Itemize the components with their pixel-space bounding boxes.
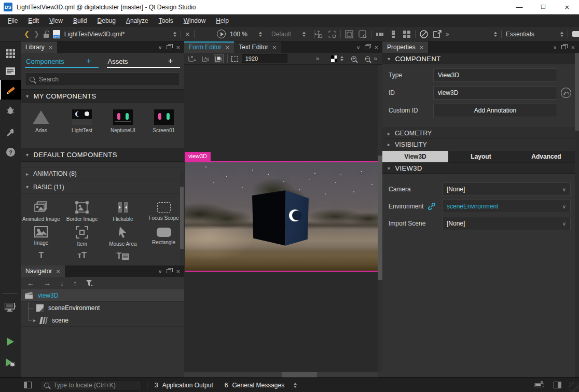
library-float-icon[interactable]	[167, 45, 171, 49]
tab-layout[interactable]: Layout	[448, 151, 514, 162]
projects-mode-icon[interactable]	[0, 123, 21, 141]
perspective-selector[interactable]: Essentials	[506, 31, 534, 38]
navigator-tab-close-icon[interactable]: ×	[56, 268, 60, 275]
move-down-icon[interactable]: ↓	[60, 279, 64, 287]
output-pane-number[interactable]: 3	[155, 382, 158, 389]
selection-tag[interactable]: view3D	[185, 152, 211, 161]
background-color-icon[interactable]	[331, 55, 337, 62]
tab-view3d[interactable]: View3D	[382, 151, 448, 162]
component-item[interactable]: Flickable	[103, 197, 144, 222]
my-components-header[interactable]: ▾MY COMPONENTS	[21, 89, 184, 103]
form-editor-tab-close-icon[interactable]: ×	[226, 44, 230, 51]
tab-advanced[interactable]: Advanced	[514, 151, 579, 162]
snapping-and-anchoring-icon[interactable]: A	[201, 54, 211, 63]
menu-build[interactable]: Build	[68, 16, 92, 26]
animation-group-row[interactable]: ▸ANIMATION (8)	[21, 167, 184, 180]
export-icon[interactable]	[432, 30, 443, 39]
add-asset-icon[interactable]: +	[168, 57, 173, 66]
import-scene-dropdown[interactable]: [None]∨	[442, 217, 571, 230]
properties-scrollbar[interactable]	[575, 53, 579, 377]
row-layout-icon[interactable]	[375, 30, 385, 39]
navigator-close-icon[interactable]: ×	[176, 268, 180, 275]
properties-collapse-icon[interactable]: ∨	[553, 45, 557, 50]
move-up-icon[interactable]: ↑	[73, 279, 77, 287]
perspective-spinner-left[interactable]	[494, 32, 497, 37]
component-section-header[interactable]: ▾COMPONENT	[382, 53, 579, 64]
kit-spinner[interactable]	[302, 32, 306, 37]
close-button[interactable]: ×	[555, 0, 579, 14]
add-annotation-button[interactable]: Add Annotation	[433, 104, 557, 117]
component-item[interactable]: NeptuneUI	[103, 105, 144, 148]
component-item[interactable]: T▤	[103, 247, 144, 260]
cube-model[interactable]	[252, 190, 309, 247]
kit-selector-icon[interactable]	[0, 299, 21, 316]
menu-view[interactable]: View	[45, 16, 67, 26]
navigator-row-view3d[interactable]: view3D	[21, 289, 184, 302]
forward-icon[interactable]: ❯	[34, 31, 39, 37]
zoom-in-icon[interactable]: +	[351, 56, 356, 62]
component-item[interactable]: Screen01	[143, 105, 184, 148]
camera-dropdown[interactable]: [None]∨	[442, 183, 571, 196]
fe-toolbar-overflow-right[interactable]: »	[374, 55, 377, 62]
navigator-collapse-icon[interactable]: ∨	[158, 269, 162, 274]
library-collapse-icon[interactable]: ∨	[158, 45, 162, 50]
current-document[interactable]: LightTestView3D.qml*	[64, 31, 125, 38]
grid-layout-icon[interactable]	[402, 30, 412, 39]
output-pane-spinner[interactable]	[294, 383, 297, 388]
zoom-spinner[interactable]	[259, 32, 262, 37]
background-spinner[interactable]	[340, 56, 343, 61]
anchor-constraints-icon[interactable]	[327, 30, 337, 39]
resize-grip[interactable]	[569, 382, 579, 392]
toggle-right-sidebar-icon[interactable]	[554, 382, 561, 388]
component-item[interactable]: Adas	[21, 105, 62, 148]
document-selector-spinner[interactable]	[173, 32, 176, 37]
snapping-icon[interactable]	[214, 54, 224, 63]
component-item[interactable]: Focus Scope	[143, 197, 184, 222]
editor-collapse-icon[interactable]: ∨	[356, 45, 360, 50]
move-left-icon[interactable]: ←	[27, 279, 34, 287]
output-pane-number[interactable]: 6	[225, 382, 228, 389]
close-document-icon[interactable]: ×	[185, 31, 189, 38]
edit-mode-icon[interactable]	[0, 62, 21, 80]
navigator-row-sceneenvironment[interactable]: sceneEnvironment	[21, 302, 184, 314]
show-bounds-icon[interactable]	[231, 56, 238, 62]
debug-run-button-icon[interactable]	[0, 354, 21, 371]
id-field[interactable]: view3D	[433, 86, 557, 100]
navigator-float-icon[interactable]	[167, 269, 171, 273]
canvas-vscrollbar[interactable]	[378, 65, 382, 372]
default-components-header[interactable]: ▾DEFAULT COMPONENTS	[21, 148, 184, 162]
back-icon[interactable]: ❮	[24, 31, 30, 37]
component-item[interactable]: ᴛT	[62, 247, 103, 260]
fe-toolbar-overflow[interactable]: »	[316, 55, 320, 62]
menu-analyze[interactable]: Analyze	[121, 16, 153, 26]
component-item[interactable]: Image	[21, 222, 62, 247]
column-layout-icon[interactable]	[388, 30, 398, 39]
menu-edit[interactable]: Edit	[23, 16, 44, 26]
expand-icon[interactable]: ▸	[33, 317, 36, 323]
properties-float-icon[interactable]	[561, 45, 566, 49]
live-preview-icon[interactable]	[217, 30, 226, 38]
library-tab[interactable]: Library ×	[21, 41, 57, 53]
move-right-icon[interactable]: →	[44, 279, 51, 287]
component-item[interactable]: T	[21, 247, 62, 260]
zoom-out-icon[interactable]: −	[365, 56, 370, 62]
run-button-icon[interactable]	[0, 333, 21, 351]
properties-close-icon[interactable]: ×	[571, 44, 575, 51]
perspective-spinner-right[interactable]	[560, 32, 563, 37]
add-component-icon[interactable]: +	[86, 57, 91, 66]
navigator-tab[interactable]: Navigator ×	[21, 265, 65, 277]
library-tab-close-icon[interactable]: ×	[49, 44, 53, 51]
component-item[interactable]: LightTest	[62, 105, 103, 148]
form-editor-canvas[interactable]: view3D	[184, 65, 382, 372]
basic-group-row[interactable]: ▾BASIC (11)	[21, 180, 184, 194]
library-search-field[interactable]: Search	[25, 73, 180, 86]
parent-component-icon[interactable]	[344, 30, 354, 39]
component-item[interactable]: Border Image	[62, 197, 103, 222]
component-item[interactable]: Animated Image	[21, 197, 62, 222]
build-progress-icon[interactable]	[534, 383, 544, 387]
general-messages-button[interactable]: General Messages	[232, 382, 284, 389]
edit-off-icon[interactable]	[419, 30, 429, 39]
help-mode-icon[interactable]: ?	[0, 143, 21, 161]
components-tab[interactable]: Components +	[21, 53, 103, 69]
component-item[interactable]: Mouse Area	[103, 222, 144, 247]
